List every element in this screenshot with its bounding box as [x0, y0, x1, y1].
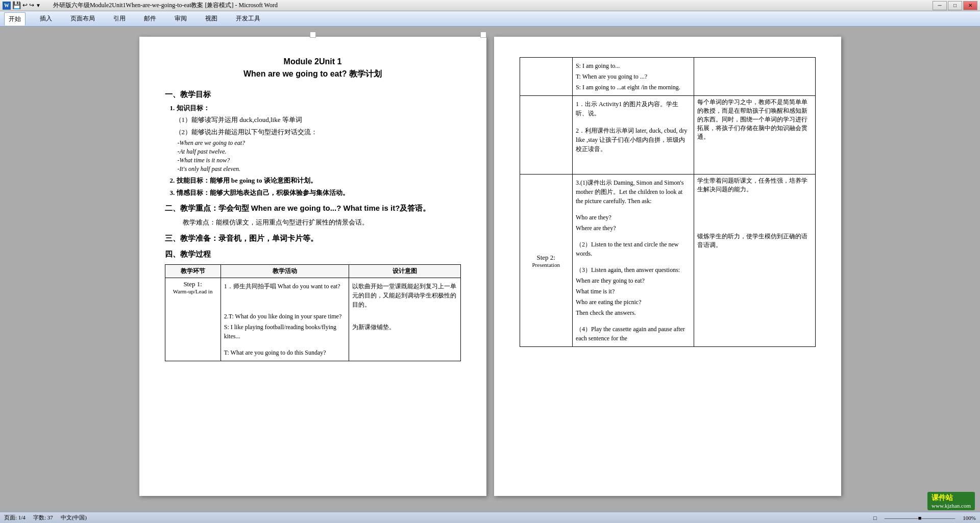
- dialog1: -When are we going to eat?: [178, 139, 461, 147]
- design-gap: [697, 194, 812, 202]
- quick-dropdown[interactable]: ▼: [36, 3, 41, 8]
- activity1-4: T: What are you going to do this Sunday?: [224, 348, 346, 357]
- design-step2-empty: [697, 250, 812, 260]
- right-design2: 每个单词的学习之中，教师不是简简单单的教授，而是在帮助孩子们唤醒和感知新的东西。…: [694, 96, 815, 175]
- word-icon: W: [3, 2, 11, 10]
- tab-developer[interactable]: 开发工具: [232, 12, 264, 25]
- right-row2: 1．出示 Activity1 的图片及内容。学生听、说。 2．利用课件出示单词 …: [520, 96, 815, 175]
- dialog-t1: T: When are you going to ...?: [576, 72, 691, 81]
- q-list3: Who are eating the picnic?: [576, 297, 691, 307]
- document-subtitle: When are we going to eat? 教学计划: [165, 69, 461, 80]
- minimize-button[interactable]: ─: [933, 1, 947, 10]
- title-bar-left: W 💾 ↩ ↪ ▼ 外研版六年级Module2Unit1When-are-we-…: [3, 1, 278, 10]
- activity3-2: 2．利用课件出示单词 later, duck, cbud, dry like ,…: [576, 126, 691, 154]
- activity1-3: S: I like playing football/reading books…: [224, 322, 346, 341]
- design1-1: 以歌曲开始一堂课既能起到复习上一单元的目的，又能起到调动学生积极性的目的。: [352, 282, 457, 309]
- content1-2: （2）能够说出并能运用以下句型进行对话交流：: [175, 127, 461, 138]
- step1-label: Step 1:: [168, 280, 217, 288]
- right-row1: S: I am going to... T: When are you goin…: [520, 58, 815, 96]
- step1-cell: Step 1: Warm-up/Lead in: [165, 278, 220, 361]
- watermark-line1: 课件站: [932, 493, 971, 503]
- maximize-button[interactable]: □: [948, 1, 962, 10]
- section1-title: 一、教学目标: [165, 90, 461, 99]
- tab-review[interactable]: 审阅: [170, 12, 191, 25]
- dialog2: -At half past twelve.: [178, 148, 461, 156]
- q-list1: When are they going to eat?: [576, 276, 691, 285]
- tab-insert[interactable]: 插入: [36, 12, 56, 25]
- blank-step2-2: [576, 234, 691, 238]
- teaching-table: 教学环节 教学活动 设计意图 Step 1: Warm-up/Lead in: [165, 264, 461, 361]
- right-dialog-cell: S: I am going to... T: When are you goin…: [572, 58, 694, 96]
- section2-title: 二、教学重点：学会句型 When are we going to...? Wha…: [165, 204, 461, 213]
- design-step2-2: [697, 202, 812, 232]
- title-bar: W 💾 ↩ ↪ ▼ 外研版六年级Module2Unit1When-are-we-…: [0, 0, 980, 11]
- quick-access-toolbar[interactable]: W 💾 ↩ ↪ ▼: [3, 1, 41, 10]
- right-table: S: I am going to... T: When are you goin…: [520, 57, 816, 347]
- col-header-env: 教学环节: [165, 265, 220, 278]
- zoom-percent: 100%: [963, 515, 976, 521]
- tab-start[interactable]: 开始: [4, 12, 26, 26]
- right-activity2: 1．出示 Activity1 的图片及内容。学生听、说。 2．利用课件出示单词 …: [572, 96, 694, 175]
- layout-icon[interactable]: □: [873, 515, 877, 521]
- dialog-s1: S: I am going to...: [576, 61, 691, 70]
- chinese-input: 中文(中国): [61, 514, 87, 521]
- tab-page-layout[interactable]: 页面布局: [66, 12, 99, 25]
- quick-undo[interactable]: ↩: [22, 2, 28, 9]
- dialog-s2: S: I am going to ...at eight /in the mor…: [576, 83, 691, 92]
- main-area: Module 2Unit 1 When are we going to eat?…: [0, 27, 980, 512]
- sub2-1: 教学难点：能模仿课文，运用重点句型进行扩展性的情景会话。: [183, 217, 461, 228]
- col-header-activity: 教学活动: [220, 265, 349, 278]
- activity1-blank1: [224, 292, 346, 301]
- blank-space1: [576, 119, 691, 124]
- dialog4: -It's only half past eleven.: [178, 165, 461, 173]
- activity1-blank3: [224, 342, 346, 346]
- step2-label: Step 2:: [523, 254, 570, 262]
- activity-step2-1-part: 3.(1)课件出示 Daming, Simon and Simon's moth…: [576, 178, 691, 206]
- zoom-slider[interactable]: ——————■——————: [885, 515, 955, 521]
- step2-cell: Step 2: Presentation: [520, 175, 572, 347]
- q-list2: What time is it?: [576, 287, 691, 296]
- right-step2-empty: [520, 96, 572, 175]
- dialog3: -What time is it now?: [178, 157, 461, 164]
- watermark-line2: www.kjzhan.com: [932, 503, 971, 509]
- document-container[interactable]: Module 2Unit 1 When are we going to eat?…: [0, 27, 980, 512]
- close-button[interactable]: ✕: [963, 1, 977, 10]
- design1-blank: [352, 311, 457, 321]
- blank-step2: [576, 207, 691, 211]
- section3-title: 三、教学准备：录音机，图片，单词卡片等。: [165, 234, 461, 243]
- right-design-empty1: [694, 58, 815, 96]
- step2-design-cell: 学生带着问题听课文，任务性强，培养学生解决问题的能力。 锻炼学生的听力，使学生模…: [694, 175, 815, 347]
- tab-mailings[interactable]: 邮件: [140, 12, 160, 25]
- page-count: 页面: 1/4: [4, 514, 26, 521]
- right-step-empty: [520, 58, 572, 96]
- q-list4: Then check the answers.: [576, 308, 691, 317]
- col-header-design: 设计意图: [349, 265, 460, 278]
- page-marker-top-left: [310, 32, 316, 38]
- title-text: 外研版六年级Module2Unit1When-are-we-going-to-e…: [53, 1, 278, 10]
- activity3-1: 1．出示 Activity1 的图片及内容。学生听、说。: [576, 99, 691, 118]
- activity-cell-step1: 1．师生共同拍手唱 What do you want to eat? 2.T: …: [220, 278, 349, 361]
- table-row-step1: Step 1: Warm-up/Lead in 1．师生共同拍手唱 What d…: [165, 278, 460, 361]
- window-controls[interactable]: ─ □ ✕: [933, 1, 977, 10]
- sub1-2: 2. 技能目标：能够用 be going to 谈论意图和计划。: [170, 176, 461, 185]
- watermark: 课件站 www.kjzhan.com: [927, 492, 975, 510]
- design-cell-step1: 以歌曲开始一堂课既能起到复习上一单元的目的，又能起到调动学生积极性的目的。 为新…: [349, 278, 460, 361]
- ribbon: 开始 插入 页面布局 引用 邮件 审阅 视图 开发工具: [0, 11, 980, 27]
- question2: Where are they?: [576, 223, 691, 233]
- quick-save[interactable]: 💾: [12, 1, 21, 10]
- sub1-1: 1. 知识目标：: [170, 104, 461, 113]
- tab-references[interactable]: 引用: [109, 12, 130, 25]
- quick-redo[interactable]: ↪: [29, 2, 34, 9]
- step2-activity-cell: 3.(1)课件出示 Daming, Simon and Simon's moth…: [572, 175, 694, 347]
- page-marker-top-right: [480, 32, 486, 38]
- tab-view[interactable]: 视图: [201, 12, 222, 25]
- activity-step2-4: （4）Play the cassette again and pause aft…: [576, 325, 691, 343]
- question1: Who are they?: [576, 213, 691, 222]
- pages-wrapper: Module 2Unit 1 When are we going to eat?…: [139, 37, 841, 496]
- design-step2-3: 锻炼学生的听力，使学生模仿到正确的语音语调。: [697, 232, 812, 250]
- step1-sublabel: Warm-up/Lead in: [168, 288, 217, 294]
- section4-title: 四、教学过程: [165, 250, 461, 259]
- blank-space3: [576, 161, 691, 165]
- word-count: 字数: 37: [33, 514, 53, 521]
- activity1-1: 1．师生共同拍手唱 What do you want to eat?: [224, 282, 346, 291]
